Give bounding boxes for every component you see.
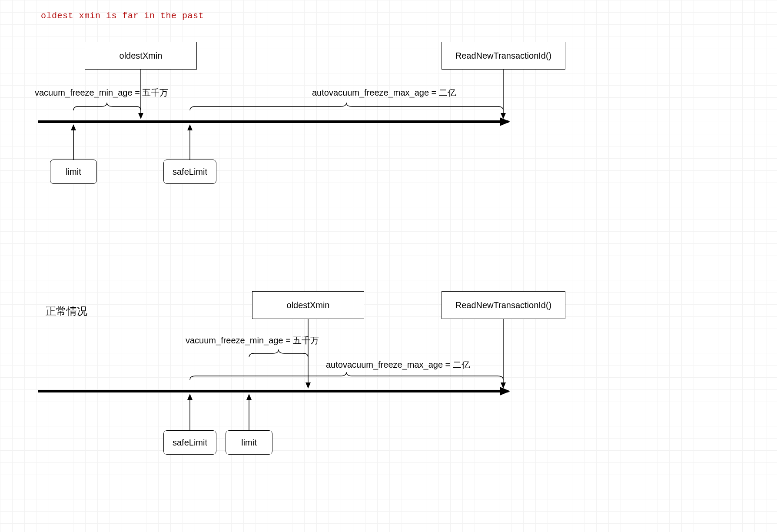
diagram2-safelimit-label: safeLimit [173,438,207,448]
diagram1-safelimit-box: safeLimit [163,160,216,184]
diagram1-readnew-box: ReadNewTransactionId() [442,42,565,70]
diagram2-readnew-box: ReadNewTransactionId() [442,291,565,319]
diagram1-vacuum-label: vacuum_freeze_min_age = 五千万 [35,87,168,99]
diagram1-oldestxmin-label: oldestXmin [120,51,163,61]
grid-background [0,0,777,532]
diagram2-vacuum-label: vacuum_freeze_min_age = 五千万 [186,335,319,346]
diagram1-safelimit-label: safeLimit [173,167,207,177]
diagram2-safelimit-box: safeLimit [163,430,216,455]
diagram1-title: oldest xmin is far in the past [41,11,204,21]
diagram2-oldestxmin-box: oldestXmin [252,291,364,319]
diagram2-title: 正常情况 [46,304,87,318]
diagram2-autovacuum-label: autovacuum_freeze_max_age = 二亿 [326,359,470,371]
diagram2-limit-label: limit [241,438,257,448]
diagram1-autovacuum-label: autovacuum_freeze_max_age = 二亿 [312,87,456,99]
diagram1-oldestxmin-box: oldestXmin [85,42,197,70]
diagram1-limit-label: limit [66,167,81,177]
diagram1-limit-box: limit [50,160,97,184]
diagram2-readnew-label: ReadNewTransactionId() [455,300,552,310]
diagram2-oldestxmin-label: oldestXmin [287,300,330,310]
diagram2-limit-box: limit [226,430,272,455]
diagram1-readnew-label: ReadNewTransactionId() [455,51,552,61]
